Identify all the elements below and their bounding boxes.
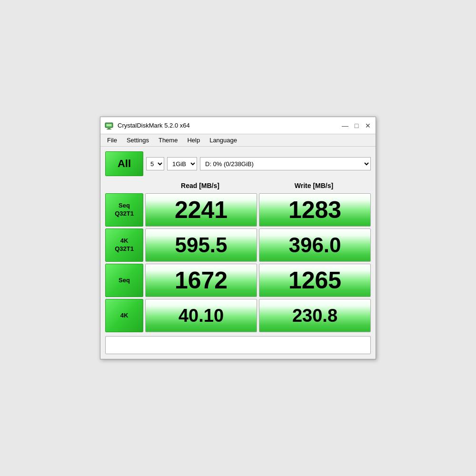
write-seq-q32t1: 1283: [259, 193, 371, 227]
read-seq-q32t1: 2241: [145, 193, 257, 227]
close-button[interactable]: ✕: [364, 122, 372, 129]
maximize-button[interactable]: □: [353, 122, 360, 129]
write-header: Write [MB/s]: [257, 180, 371, 191]
menu-language[interactable]: Language: [206, 135, 241, 145]
read-seq: 1672: [145, 264, 257, 297]
main-window: CrystalDiskMark 5.2.0 x64 — □ ✕ File Set…: [100, 117, 376, 359]
label-seq-q32t1: SeqQ32T1: [105, 193, 143, 227]
content-area: All 5 1GiB D: 0% (0/238GiB) Read [MB/s] …: [100, 147, 376, 359]
write-4k-q32t1: 396.0: [259, 228, 371, 262]
all-button[interactable]: All: [105, 151, 143, 176]
svg-rect-3: [108, 128, 110, 129]
passes-select[interactable]: 5: [146, 157, 164, 170]
drive-select[interactable]: D: 0% (0/238GiB): [200, 157, 371, 170]
row-seq-q32t1: SeqQ32T1 2241 1283: [105, 193, 371, 227]
row-4k-q32t1: 4KQ32T1 595.5 396.0: [105, 228, 371, 262]
menu-settings[interactable]: Settings: [123, 135, 153, 145]
write-seq: 1265: [259, 264, 371, 297]
top-controls: All 5 1GiB D: 0% (0/238GiB): [105, 151, 371, 176]
menu-help[interactable]: Help: [183, 135, 204, 145]
results-header: Read [MB/s] Write [MB/s]: [105, 180, 371, 191]
label-4k-q32t1: 4KQ32T1: [105, 228, 143, 262]
label-seq: Seq: [105, 264, 143, 297]
read-4k: 40.10: [145, 299, 257, 332]
svg-rect-4: [107, 129, 111, 129]
status-bar: [105, 336, 371, 354]
app-icon: [104, 121, 114, 130]
label-4k: 4K: [105, 299, 143, 332]
read-header: Read [MB/s]: [143, 180, 257, 191]
menu-theme[interactable]: Theme: [155, 135, 181, 145]
read-4k-q32t1: 595.5: [145, 228, 257, 262]
window-title: CrystalDiskMark 5.2.0 x64: [118, 122, 341, 129]
menu-file[interactable]: File: [103, 135, 121, 145]
minimize-button[interactable]: —: [341, 122, 349, 129]
write-4k: 230.8: [259, 299, 371, 332]
row-seq: Seq 1672 1265: [105, 264, 371, 297]
svg-rect-2: [107, 124, 111, 126]
window-controls: — □ ✕: [341, 122, 372, 129]
menu-bar: File Settings Theme Help Language: [100, 134, 376, 147]
title-bar: CrystalDiskMark 5.2.0 x64 — □ ✕: [100, 117, 376, 134]
size-select[interactable]: 1GiB: [167, 157, 197, 170]
row-4k: 4K 40.10 230.8: [105, 299, 371, 332]
